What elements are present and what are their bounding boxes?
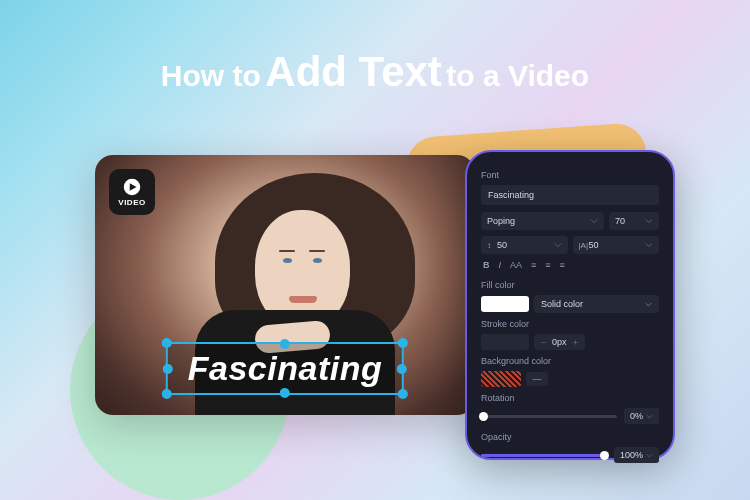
opacity-slider[interactable] [481, 454, 607, 457]
hero-title: How to Add Text to a Video [0, 48, 750, 96]
chevron-down-icon [645, 217, 653, 225]
stroke-color-label: Stroke color [481, 319, 659, 329]
align-right-button[interactable]: ≡ [560, 260, 565, 270]
title-main: Add Text [265, 48, 442, 95]
rotation-value[interactable]: 0% [624, 408, 659, 424]
letter-spacing-field[interactable]: |A|50 [573, 236, 660, 254]
resize-handle-bl[interactable] [162, 389, 172, 399]
font-section-label: Font [481, 170, 659, 180]
fill-color-label: Fill color [481, 280, 659, 290]
opacity-value[interactable]: 100% [614, 447, 659, 463]
minus-icon[interactable] [540, 339, 547, 346]
title-post: to a Video [446, 59, 589, 92]
resize-handle-br[interactable] [398, 389, 408, 399]
resize-handle-l[interactable] [163, 364, 173, 374]
chevron-down-icon [645, 241, 653, 249]
line-height-field[interactable]: ↕50 [481, 236, 568, 254]
fill-mode-select[interactable]: Solid color [534, 295, 659, 313]
fill-color-swatch[interactable] [481, 296, 529, 312]
stroke-size-stepper[interactable]: 0px [534, 334, 585, 350]
case-button[interactable]: AA [510, 260, 522, 270]
resize-handle-r[interactable] [397, 364, 407, 374]
overlay-text[interactable]: Fascinating [188, 349, 382, 388]
video-preview[interactable]: VIDEO Fascinating [95, 155, 475, 415]
text-content-field[interactable]: Fascinating [481, 185, 659, 205]
align-center-button[interactable]: ≡ [545, 260, 550, 270]
background-color-swatch[interactable] [481, 371, 521, 387]
font-family-select[interactable]: Poping [481, 212, 604, 230]
resize-handle-tr[interactable] [398, 338, 408, 348]
text-properties-panel: Font Fascinating Poping 70 ↕50 |A|50 B I… [465, 150, 675, 460]
align-left-button[interactable]: ≡ [531, 260, 536, 270]
chevron-down-icon [645, 301, 652, 308]
rotation-slider[interactable] [481, 415, 617, 418]
resize-handle-tl[interactable] [162, 338, 172, 348]
bold-button[interactable]: B [483, 260, 490, 270]
background-color-label: Background color [481, 356, 659, 366]
stroke-color-swatch[interactable] [481, 334, 529, 350]
background-none-button[interactable]: — [526, 372, 548, 386]
italic-button[interactable]: I [499, 260, 502, 270]
video-badge: VIDEO [109, 169, 155, 215]
chevron-down-icon [554, 241, 562, 249]
text-overlay-selection[interactable]: Fascinating [166, 342, 404, 395]
opacity-label: Opacity [481, 432, 659, 442]
chevron-down-icon [646, 413, 653, 420]
resize-handle-t[interactable] [280, 339, 290, 349]
chevron-down-icon [646, 452, 653, 459]
chevron-down-icon [590, 217, 598, 225]
format-toolbar: B I AA ≡ ≡ ≡ [481, 260, 659, 270]
plus-icon[interactable] [572, 339, 579, 346]
font-size-field[interactable]: 70 [609, 212, 659, 230]
play-icon [123, 178, 141, 196]
rotation-label: Rotation [481, 393, 659, 403]
title-pre: How to [161, 59, 261, 92]
video-badge-label: VIDEO [118, 198, 145, 207]
